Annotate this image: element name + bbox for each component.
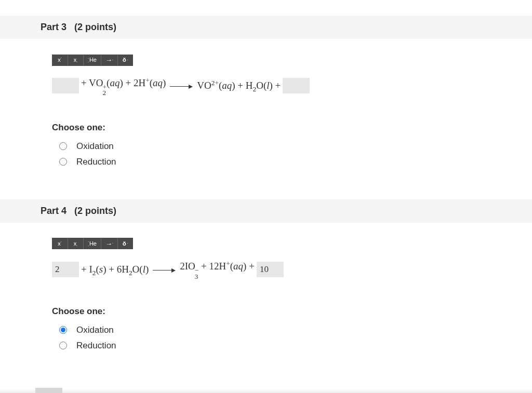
choose-block: Choose one: Oxidation Reduction [52, 305, 516, 351]
part-points: (2 points) [74, 206, 116, 216]
equation-text: VO2+(aq) + H2O(l) + [195, 79, 283, 93]
subscript-button[interactable]: x· [68, 238, 83, 249]
equation-text: 2IO−3 + 12H+(aq) + [178, 260, 257, 279]
part-body: x· x· ··He · · + VO+2(aq) + 2H+(aq) VO2+… [0, 53, 532, 168]
radio-option-reduction[interactable]: Reduction [52, 156, 516, 168]
sigma-button[interactable]: · [117, 55, 133, 66]
radio-label: Oxidation [76, 324, 114, 336]
radio-option-oxidation[interactable]: Oxidation [52, 324, 516, 336]
reaction-arrow-icon [151, 263, 178, 277]
equation-toolbar: x· x· ··He · · [52, 238, 133, 249]
radio-label: Oxidation [76, 140, 114, 153]
part-header: Part 3 (2 points) [0, 16, 532, 39]
radio-input[interactable] [59, 142, 67, 150]
equation-row: + VO+2(aq) + 2H+(aq) VO2+(aq) + H2O(l) + [52, 76, 516, 96]
subscript-button[interactable]: x· [68, 55, 83, 66]
element-button[interactable]: ··He [83, 238, 101, 249]
equation-row: + I2(s) + 6H2O(l) 2IO−3 + 12H+(aq) + [52, 260, 516, 279]
reaction-arrow-icon [168, 79, 195, 93]
choose-label: Choose one: [52, 121, 516, 134]
radio-input[interactable] [59, 158, 67, 166]
radio-option-oxidation[interactable]: Oxidation [52, 140, 516, 153]
sigma-button[interactable]: · [117, 238, 133, 249]
arrow-button[interactable]: · [101, 238, 117, 249]
equation-blank-right[interactable] [283, 78, 310, 93]
element-button[interactable]: ··He [83, 55, 101, 66]
arrow-button[interactable]: · [101, 55, 117, 66]
equation-blank-right[interactable] [257, 262, 284, 277]
equation-toolbar: x· x· ··He · · [52, 55, 133, 66]
choose-label: Choose one: [52, 305, 516, 318]
superscript-button[interactable]: x· [52, 55, 68, 66]
equation-text: + VO+2(aq) + 2H+(aq) [79, 76, 168, 96]
part-points: (2 points) [74, 22, 116, 32]
radio-label: Reduction [76, 156, 116, 168]
part-label: Part 3 [41, 22, 66, 32]
part-header: Part 4 (2 points) [0, 199, 532, 223]
radio-label: Reduction [76, 340, 116, 352]
radio-option-reduction[interactable]: Reduction [52, 340, 516, 352]
superscript-button[interactable]: x· [52, 238, 68, 249]
footer-stub [35, 388, 62, 393]
part-label: Part 4 [41, 206, 66, 216]
sigma-icon [123, 57, 126, 63]
quiz-page: Part 3 (2 points) x· x· ··He · · + VO+2(… [0, 0, 532, 393]
page-shadow [0, 389, 532, 393]
radio-input[interactable] [59, 342, 67, 349]
equation-text: + I2(s) + 6H2O(l) [79, 263, 151, 277]
sigma-icon [123, 241, 126, 247]
arrow-icon [105, 240, 112, 247]
part-body: x· x· ··He · · + I2(s) + 6H2O(l) 2IO−3 +… [0, 237, 532, 351]
equation-blank-left[interactable] [52, 78, 79, 93]
equation-blank-left[interactable] [52, 262, 79, 277]
radio-input[interactable] [59, 326, 67, 334]
choose-block: Choose one: Oxidation Reduction [52, 121, 516, 168]
arrow-icon [105, 57, 112, 63]
